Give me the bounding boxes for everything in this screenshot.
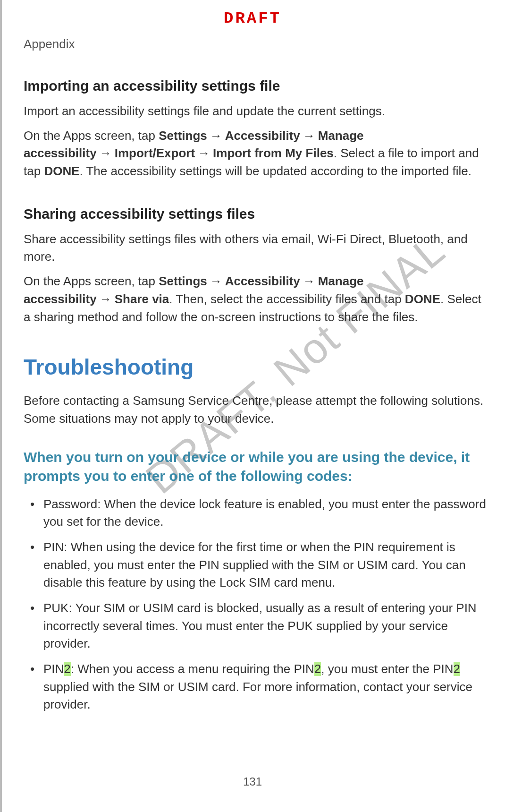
share-via-label: Share via: [115, 292, 169, 306]
text: . The accessibility settings will be upd…: [80, 164, 472, 178]
accessibility-label: Accessibility: [225, 128, 300, 143]
done-label: DONE: [44, 164, 79, 178]
text: supplied with the SIM or USIM card. For …: [43, 680, 472, 712]
import-export-label: Import/Export: [115, 146, 195, 160]
done-label: DONE: [405, 292, 440, 306]
arrow-icon: →: [97, 292, 115, 306]
troubleshooting-heading: Troubleshooting: [24, 354, 491, 380]
list-item: PIN: When using the device for the first…: [24, 538, 491, 592]
highlight: 2: [454, 662, 460, 676]
sharing-heading: Sharing accessibility settings files: [24, 206, 491, 222]
settings-label: Settings: [159, 128, 207, 143]
page-section-header: Appendix: [24, 37, 75, 51]
text: : When you access a menu requiring the P…: [71, 662, 314, 676]
arrow-icon: →: [300, 274, 318, 288]
list-item: PUK: Your SIM or USIM card is blocked, u…: [24, 599, 491, 653]
text: , you must enter the PIN: [321, 662, 453, 676]
page-number: 131: [0, 775, 505, 788]
arrow-icon: →: [97, 146, 115, 160]
draft-header-label: DRAFT: [0, 9, 505, 27]
sharing-intro: Share accessibility settings files with …: [24, 231, 491, 266]
list-item: PIN2: When you access a menu requiring t…: [24, 660, 491, 714]
import-from-files-label: Import from My Files: [213, 146, 334, 160]
text: PIN: [43, 662, 64, 676]
left-margin-bar: [0, 0, 2, 812]
text: On the Apps screen, tap: [24, 274, 159, 288]
importing-intro: Import an accessibility settings file an…: [24, 103, 491, 120]
arrow-icon: →: [195, 146, 213, 160]
page-content: Importing an accessibility settings file…: [24, 78, 491, 721]
highlight: 2: [314, 662, 321, 676]
settings-label: Settings: [159, 274, 207, 288]
highlight: 2: [64, 662, 70, 676]
sharing-steps: On the Apps screen, tap Settings→Accessi…: [24, 273, 491, 326]
importing-heading: Importing an accessibility settings file: [24, 78, 491, 94]
troubleshooting-intro: Before contacting a Samsung Service Cent…: [24, 392, 491, 427]
importing-steps: On the Apps screen, tap Settings→Accessi…: [24, 127, 491, 180]
codes-list: Password: When the device lock feature i…: [24, 496, 491, 714]
codes-prompt-heading: When you turn on your device or while yo…: [24, 448, 491, 486]
arrow-icon: →: [300, 128, 318, 143]
accessibility-label: Accessibility: [225, 274, 300, 288]
text: . Then, select the accessibility files a…: [169, 292, 405, 306]
arrow-icon: →: [207, 128, 225, 143]
text: On the Apps screen, tap: [24, 128, 159, 143]
arrow-icon: →: [207, 274, 225, 288]
list-item: Password: When the device lock feature i…: [24, 496, 491, 531]
